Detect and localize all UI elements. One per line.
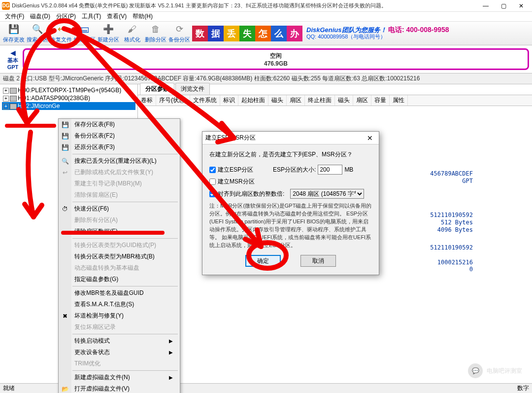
context-menu-item[interactable]: 修改MBR签名及磁盘GUID (59, 287, 180, 299)
context-menu-item[interactable]: 💾备份分区表(F2) (59, 130, 180, 142)
banner-char: 丢 (224, 26, 239, 41)
context-menu-item[interactable]: 更改设备状态▶ (59, 347, 180, 358)
data-cell: 1000215216 (437, 259, 473, 266)
context-menu-item[interactable]: 指定磁盘参数(G) (59, 274, 180, 285)
menu-item-label: 重建主引导记录(MBR)(M) (74, 179, 142, 188)
dialog-note: 注：MSR分区(微软保留分区)是GPT磁盘上用于保留空间以供备用的分区。例如在将… (209, 202, 372, 249)
context-menu-item[interactable]: 🔍搜索已丢失分区(重建分区表)(L) (59, 155, 180, 167)
toolbar-button[interactable]: ↩恢复文件 (49, 22, 73, 45)
window-controls: — ▢ ✕ (477, 0, 530, 12)
toolbar-button[interactable]: 🖴快速分区 (73, 22, 97, 45)
menu-item-label: 转换分区表类型为GUID格式(P) (74, 241, 156, 250)
menu-item[interactable]: 文件(F) (2, 11, 27, 22)
menu-item[interactable]: 磁盘(D) (27, 11, 53, 22)
context-menu-item[interactable]: 新建虚拟磁盘文件(N)▶ (59, 372, 180, 383)
menu-item-icon: ✖ (61, 313, 69, 320)
data-cell: 456789ABCDEF (430, 170, 473, 177)
data-cell: 4096 Bytes (437, 226, 473, 233)
minimize-button[interactable]: — (477, 0, 495, 12)
column-header[interactable]: 容量 (371, 95, 390, 106)
tab[interactable]: 浏览文件 (175, 83, 210, 95)
menu-item-label: 搜索已丢失分区(重建分区表)(L) (74, 157, 157, 165)
maximize-button[interactable]: ▢ (495, 0, 512, 12)
column-headers: 卷标序号(状态)文件系统标识起始柱面磁头扇区终止柱面磁头扇区容量属性 (138, 95, 532, 106)
toolbar-label: 快速分区 (74, 36, 96, 43)
menu-item[interactable]: 工具(T) (79, 11, 104, 22)
tree-item[interactable]: +HD0:PLEXTORPX-1TM9PeG+(954GB) (2, 86, 135, 94)
status-left: 就绪 (3, 384, 15, 393)
right-tabs: 分区参数浏览文件 (138, 84, 532, 95)
toolbar-icon: 🖴 (79, 23, 91, 35)
column-header[interactable]: 卷标 (138, 95, 156, 106)
disk-info-line: 磁盘 2 接口:USB 型号:JMicronGeneric 序列号:012345… (0, 73, 532, 84)
menu-item-label: 坏道检测与修复(Y) (74, 312, 124, 320)
toolbar-button[interactable]: ➕新建分区 (97, 22, 120, 45)
context-menu-item[interactable]: 转换启动模式▶ (59, 335, 180, 347)
toolbar-button[interactable]: 🗑删除分区 (144, 22, 167, 45)
context-menu-item[interactable]: 💾还原分区表(F3) (59, 142, 180, 153)
menu-item[interactable]: 帮助(H) (130, 11, 156, 22)
menu-separator (72, 370, 178, 371)
context-menu-item[interactable]: 💾保存分区表(F8) (59, 119, 180, 130)
align-select[interactable]: 2048 扇区 (1048576 字节) (290, 189, 364, 199)
align-checkbox[interactable]: 对齐到此扇区数的整数倍: (209, 190, 284, 198)
menu-item-label: 打开虚拟磁盘文件(V) (74, 385, 130, 393)
context-menu-item: 重建主引导记录(MBR)(M) (59, 178, 180, 189)
esp-size-unit: MB (344, 166, 353, 173)
toolbar-label: 备份分区 (168, 36, 190, 43)
tree-toggle-icon[interactable]: + (3, 88, 9, 94)
toolbar-button[interactable]: 💾保存更改 (2, 22, 26, 45)
close-button[interactable]: ✕ (512, 0, 530, 12)
tree-item[interactable]: +HD1:ADATASP900(238GB) (2, 94, 135, 102)
ok-button[interactable]: 确定 (245, 255, 281, 267)
context-menu-item: 删除所有分区(A) (59, 214, 180, 226)
tree-item[interactable]: +HD2:JMicronGe (2, 102, 135, 110)
toolbar-button[interactable]: 🔍搜索分区 (26, 22, 49, 45)
context-menu-item[interactable]: 清除扇区数据(E) (59, 226, 180, 237)
column-header[interactable]: 序号(状态) (156, 95, 190, 106)
column-header[interactable]: 磁头 (268, 95, 287, 106)
disk-legend-label: 基本 (3, 57, 23, 64)
toolbar-button[interactable]: 🖌格式化 (120, 22, 144, 45)
tree-toggle-icon[interactable]: + (3, 104, 9, 109)
esp-checkbox[interactable]: 建立ESP分区 (209, 166, 253, 174)
menu-item-icon: 💾 (61, 144, 69, 151)
tree-toggle-icon[interactable]: + (3, 96, 9, 102)
chevron-left-icon[interactable]: ◀ (3, 49, 23, 57)
context-menu-item[interactable]: ⏱快速分区(F6) (59, 203, 180, 214)
submenu-arrow-icon: ▶ (169, 338, 173, 344)
menu-item-label: 保存分区表(F8) (74, 120, 115, 129)
esp-size-input[interactable] (318, 165, 342, 175)
column-header[interactable]: 扇区 (353, 95, 371, 106)
toolbar: 💾保存更改🔍搜索分区↩恢复文件🖴快速分区➕新建分区🖌格式化🗑删除分区⟳备份分区 … (0, 22, 532, 45)
context-menu-item[interactable]: 查看S.M.A.R.T.信息(S) (59, 299, 180, 310)
column-header[interactable]: 磁头 (335, 95, 353, 106)
column-header[interactable]: 起始柱面 (238, 95, 268, 106)
disk-map[interactable]: 空闲 476.9GB (23, 48, 529, 70)
context-menu-item[interactable]: ✖坏道检测与修复(Y) (59, 310, 180, 322)
column-header[interactable]: 扇区 (287, 95, 305, 106)
disk-context-menu[interactable]: 💾保存分区表(F8)💾备份分区表(F2)💾还原分区表(F3)🔍搜索已丢失分区(重… (58, 118, 180, 393)
toolbar-label: 搜索分区 (27, 36, 48, 43)
dialog-title: 建立ESP/MSR分区 (205, 134, 364, 142)
menu-item-label: 清除保留扇区(E) (74, 191, 118, 199)
tree-item-label: HD0:PLEXTORPX-1TM9PeG+(954GB) (18, 87, 121, 94)
tab[interactable]: 分区参数 (140, 83, 174, 95)
msr-checkbox[interactable]: 建立MSR分区 (209, 178, 255, 186)
column-header[interactable]: 文件系统 (190, 95, 220, 106)
menu-item-label: 快速分区(F6) (74, 205, 109, 213)
menu-separator (72, 202, 178, 202)
dialog-close-button[interactable]: ✕ (364, 133, 376, 143)
context-menu-item[interactable]: 📂打开虚拟磁盘文件(V) (59, 383, 180, 393)
column-header[interactable]: 属性 (390, 95, 408, 106)
column-header[interactable]: 标识 (220, 95, 238, 106)
cancel-button[interactable]: 取消 (300, 255, 336, 267)
context-menu-item: 复位坏扇区记录 (59, 322, 180, 333)
disk-tree[interactable]: +HD0:PLEXTORPX-1TM9PeG+(954GB)+HD1:ADATA… (0, 84, 137, 112)
menu-item[interactable]: 查看(V) (104, 11, 130, 22)
menu-item[interactable]: 分区(P) (53, 11, 79, 22)
column-header[interactable]: 终止柱面 (305, 95, 335, 106)
context-menu-item[interactable]: 转换分区表类型为MBR格式(B) (59, 251, 180, 262)
toolbar-button[interactable]: ⟳备份分区 (167, 22, 191, 45)
esp-size-label: ESP分区的大小: (273, 166, 316, 174)
